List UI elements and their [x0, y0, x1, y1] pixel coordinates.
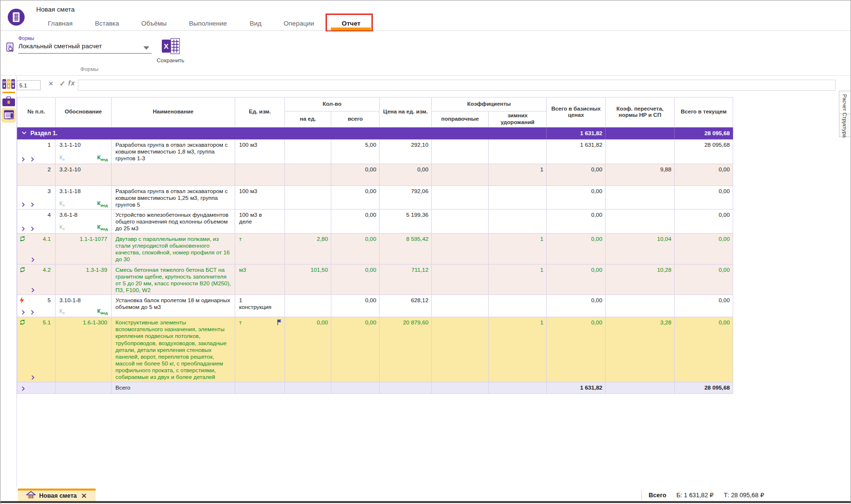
grid-cell[interactable]: 0,00	[547, 164, 606, 185]
grid-cell[interactable]: 1 631,82	[547, 139, 606, 164]
expand-chevrons[interactable]	[21, 386, 25, 391]
sidebar-item-report[interactable]	[1, 108, 16, 123]
expand-chevrons[interactable]	[21, 226, 34, 231]
grid-cell[interactable]: 10,28	[606, 264, 675, 295]
grid-cell[interactable]	[606, 185, 675, 209]
grid-cell[interactable]	[489, 185, 547, 209]
grid-cell[interactable]: 3.10-1-8КпКинд	[56, 295, 112, 317]
sidebar-item-documents[interactable]	[2, 79, 15, 91]
grid-cell[interactable]: 0,00	[675, 233, 733, 264]
close-icon[interactable]: ✕	[81, 492, 87, 500]
grid-cell[interactable]	[285, 210, 331, 233]
grid-cell[interactable]: 28 095,68	[675, 127, 733, 139]
grid-cell[interactable]: 0,00	[331, 185, 380, 209]
grid-cell[interactable]	[432, 210, 489, 233]
grid-cell[interactable]	[235, 382, 285, 393]
grid-cell[interactable]	[17, 382, 56, 393]
grid-cell[interactable]: 5 199,36	[380, 210, 432, 233]
grid-cell[interactable]: 1	[17, 139, 56, 164]
grid-cell[interactable]: 4	[17, 210, 56, 233]
grid-cell[interactable]	[489, 139, 547, 164]
grid-cell[interactable]: 1	[489, 317, 547, 382]
table-row[interactable]: 2 3.2-1-10 0,00 0,00 1 0,00 9,88 0,00	[17, 164, 733, 185]
grid-cell[interactable]: 100 м3	[235, 139, 285, 164]
table-row[interactable]: 5 3.10-1-8КпКинд Установка балок пролето…	[17, 295, 733, 317]
grid-cell[interactable]: м3	[235, 264, 285, 295]
grid-cell[interactable]: 3.1-1-18КпКинд	[56, 185, 112, 209]
grid-cell[interactable]: 0,00	[547, 233, 606, 264]
grid-cell[interactable]: 628,12	[380, 295, 432, 317]
grid-cell[interactable]: 0,00	[675, 164, 733, 185]
table-row[interactable]: 3 3.1-1-18КпКинд Разработка грунта в отв…	[17, 185, 733, 209]
grid-cell[interactable]: Двутавр с параллельными полками, из стал…	[112, 233, 235, 264]
grid-cell[interactable]: 0,00	[331, 164, 380, 185]
grid-cell[interactable]: 2,80	[285, 233, 331, 264]
grid-cell[interactable]: 1	[489, 233, 547, 264]
grid-cell[interactable]	[432, 164, 489, 185]
grid-cell[interactable]: 5.1	[17, 317, 56, 382]
grid-cell[interactable]	[235, 164, 285, 185]
grid-cell[interactable]: Разработка грунта в отвал экскаватором с…	[112, 185, 235, 209]
forms-dropdown[interactable]: Локальный сметный расчет	[18, 42, 143, 50]
grid-cell[interactable]	[489, 295, 547, 317]
table-row[interactable]: 1 3.1-1-10КпКинд Разработка грунта в отв…	[17, 139, 733, 164]
grid-cell[interactable]: Устройство железобетонных фундаментов об…	[112, 210, 235, 233]
tab-otchet[interactable]: Отчет	[341, 20, 360, 27]
grid-cell[interactable]	[432, 264, 489, 295]
grid-cell[interactable]	[606, 127, 675, 139]
totals-row[interactable]: Всего 1 631,82 28 095,68	[17, 382, 733, 393]
cancel-icon[interactable]: ×	[49, 79, 53, 87]
confirm-icon[interactable]: ✓	[59, 79, 66, 88]
grid-cell[interactable]	[432, 185, 489, 209]
section-row[interactable]: Раздел 1. 1 631,82 28 095,68	[17, 127, 733, 139]
grid-cell[interactable]: 0,00	[547, 295, 606, 317]
grid-cell[interactable]: 5,00	[331, 139, 380, 164]
grid-cell[interactable]: 0,00	[331, 264, 380, 295]
save-excel-button[interactable]: X Сохранить	[156, 38, 185, 63]
grid-cell[interactable]: 0,00	[675, 210, 733, 233]
grid-cell[interactable]: 1.3-1-39	[56, 264, 112, 295]
grid-cell[interactable]: 1 конструкция	[235, 295, 285, 317]
grid-cell[interactable]: Конструктивные элементы вспомогательного…	[112, 317, 235, 382]
grid-cell[interactable]: 1	[489, 264, 547, 295]
tab-raschet[interactable]: Расчет	[839, 91, 850, 114]
grid-cell[interactable]	[380, 382, 432, 393]
grid-cell[interactable]: 4.2	[17, 264, 56, 295]
grid-cell[interactable]	[489, 210, 547, 233]
grid-cell[interactable]	[112, 164, 235, 185]
tab-operacii[interactable]: Операции	[284, 20, 314, 27]
grid-cell[interactable]	[285, 382, 331, 393]
grid-cell[interactable]: Установка балок пролетом 18 м одинарных …	[112, 295, 235, 317]
grid-cell[interactable]	[432, 295, 489, 317]
grid-cell[interactable]: 292,10	[380, 139, 432, 164]
tab-obyomy[interactable]: Объёмы	[142, 20, 167, 27]
grid-cell[interactable]	[432, 139, 489, 164]
grid-cell[interactable]: 711,12	[380, 264, 432, 295]
function-icon[interactable]: fx	[68, 79, 75, 87]
grid-cell[interactable]: 4.1	[17, 233, 56, 264]
grid-cell[interactable]: 20 879,60	[380, 317, 432, 382]
grid-cell[interactable]: 2	[17, 164, 56, 185]
grid-cell[interactable]: 0,00	[331, 233, 380, 264]
table-row[interactable]: 4 3.6-1-8КпКинд Устройство железобетонны…	[17, 210, 733, 233]
grid-cell[interactable]: 1	[489, 164, 547, 185]
grid-cell[interactable]	[285, 164, 331, 185]
table-row[interactable]: 4.2 1.3-1-39 Смесь бетонная тяжелого бет…	[17, 264, 733, 295]
grid-cell[interactable]: 3,28	[606, 317, 675, 382]
tab-vstavka[interactable]: Вставка	[95, 20, 119, 27]
sidebar-item-briefcase[interactable]	[2, 97, 15, 109]
expand-chevrons[interactable]	[31, 288, 35, 293]
grid-cell[interactable]: 8 595,42	[380, 233, 432, 264]
grid-cell[interactable]: 0,00	[675, 317, 733, 382]
tab-glavnaya[interactable]: Главная	[48, 20, 72, 27]
grid-cell[interactable]: 0,00	[547, 210, 606, 233]
grid-cell[interactable]: 3.1-1-10КпКинд	[56, 139, 112, 164]
grid-cell[interactable]	[606, 295, 675, 317]
grid-cell[interactable]: 0,00	[547, 185, 606, 209]
grid-cell[interactable]: 28 095,68	[675, 139, 733, 164]
grid-cell[interactable]: 9,88	[606, 164, 675, 185]
table-row[interactable]: 4.1 1.1-1-1077 Двутавр с параллельными п…	[17, 233, 733, 264]
grid-cell[interactable]: 0,00	[380, 164, 432, 185]
grid-cell[interactable]: 0,00	[675, 264, 733, 295]
grid-cell[interactable]	[331, 382, 380, 393]
